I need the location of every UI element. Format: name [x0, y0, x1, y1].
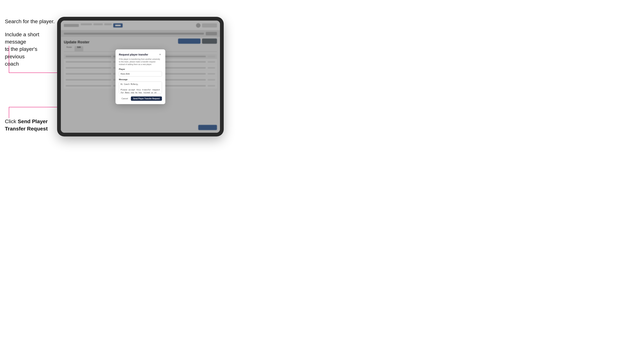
tablet-device: Update Roster Roster Edit [57, 17, 224, 137]
send-transfer-request-button[interactable]: Send Player Transfer Request [131, 96, 162, 101]
transfer-request-modal: Request player transfer × If the player … [116, 49, 165, 104]
player-input[interactable] [119, 71, 162, 76]
annotation-message-text: Include a short message to the player's … [5, 31, 56, 67]
annotation-search-text: Search for the player. [5, 18, 55, 25]
modal-close-button[interactable]: × [158, 53, 162, 56]
annotation-click-text: Click Send Player Transfer Request [5, 118, 56, 132]
modal-description: If the player is transferring from anoth… [119, 58, 162, 66]
arrow-line-vertical-2-bottom [9, 107, 9, 118]
modal-overlay: Request player transfer × If the player … [61, 20, 220, 133]
modal-title: Request player transfer [119, 53, 148, 56]
message-field-label: Message [119, 78, 162, 81]
tablet-screen: Update Roster Roster Edit [61, 20, 220, 133]
message-textarea[interactable]: Hi Coach McHarg, Please accept this tran… [119, 81, 162, 93]
arrow-line-vertical-1 [9, 46, 9, 73]
modal-footer: Cancel Send Player Transfer Request [119, 96, 162, 101]
modal-header: Request player transfer × [119, 53, 162, 56]
player-field-label: Player [119, 68, 162, 70]
cancel-button[interactable]: Cancel [120, 97, 129, 100]
